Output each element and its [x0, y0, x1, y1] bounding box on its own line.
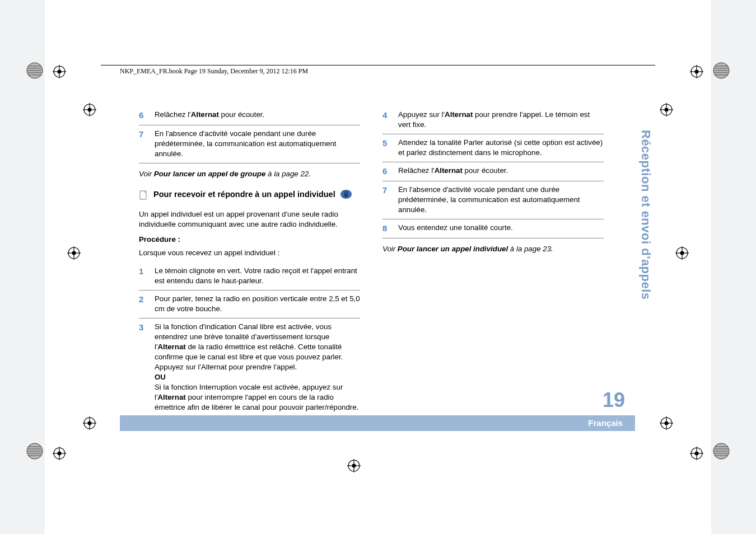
step-item: 6 Relâchez l'Alternat pour écouter. — [382, 162, 604, 181]
step-text: En l'absence d'activité vocale pendant u… — [155, 129, 360, 159]
crosshair-icon — [53, 447, 66, 460]
crosshair-icon — [690, 65, 703, 78]
page-number: 19 — [603, 388, 625, 412]
step-item: 6 Relâchez l'Alternat pour écouter. — [139, 106, 360, 125]
radio-icon — [340, 189, 352, 203]
header-rule — [101, 65, 655, 65]
step-number: 7 — [382, 185, 390, 215]
step-item: 5 Attendez la tonalité Parler autorisé (… — [382, 134, 604, 162]
step-number: 5 — [382, 138, 390, 158]
crosshair-icon — [67, 246, 81, 260]
side-section-title: Réception et envoi d'appels — [638, 130, 653, 300]
print-mark-icon — [712, 442, 730, 460]
document-icon — [139, 190, 148, 204]
section-heading: Pour recevoir et répondre à un appel ind… — [139, 189, 360, 204]
procedure-when: Lorsque vous recevez un appel individuel… — [139, 248, 360, 258]
crosshair-icon — [660, 416, 673, 430]
step-text: Pour parler, tenez la radio en position … — [155, 294, 360, 314]
page-body: 6 Relâchez l'Alternat pour écouter. 7 En… — [139, 106, 604, 417]
print-mark-icon — [26, 442, 44, 460]
svg-rect-14 — [345, 193, 347, 194]
language-label: Français — [588, 418, 623, 428]
step-number: 4 — [382, 110, 390, 130]
cross-reference: Voir Pour lancer un appel de groupe à la… — [139, 169, 360, 179]
step-text: Le témoin clignote en vert. Votre radio … — [155, 266, 360, 286]
step-item: 8 Vous entendez une tonalité courte. — [382, 219, 604, 238]
divider — [139, 163, 360, 163]
step-number: 1 — [139, 266, 147, 286]
crosshair-icon — [660, 103, 673, 116]
crosshair-icon — [83, 103, 96, 116]
step-item: 7 En l'absence d'activité vocale pendant… — [382, 181, 604, 219]
step-text: Vous entendez une tonalité courte. — [398, 223, 604, 234]
crosshair-icon — [53, 65, 66, 78]
step-number: 7 — [139, 129, 147, 159]
print-mark-icon — [712, 62, 730, 79]
left-column: 6 Relâchez l'Alternat pour écouter. 7 En… — [139, 106, 360, 417]
step-text: Si la fonction d'indication Canal libre … — [155, 322, 360, 412]
crosshair-icon — [675, 246, 689, 260]
step-number: 6 — [139, 110, 147, 121]
procedure-label: Procédure : — [139, 235, 360, 245]
step-text: En l'absence d'activité vocale pendant u… — [398, 185, 604, 215]
divider — [382, 238, 604, 238]
step-item: 3 Si la fonction d'indication Canal libr… — [139, 318, 360, 416]
step-item: 7 En l'absence d'activité vocale pendant… — [139, 125, 360, 163]
step-number: 8 — [382, 223, 390, 234]
step-item: 1 Le témoin clignote en vert. Votre radi… — [139, 263, 360, 290]
print-mark-icon — [26, 62, 44, 79]
step-item: 4 Appuyez sur l'Alternat pour prendre l'… — [382, 106, 604, 134]
cross-reference: Voir Pour lancer un appel individuel à l… — [382, 244, 604, 254]
step-text: Relâchez l'Alternat pour écouter. — [398, 166, 604, 177]
step-text: Relâchez l'Alternat pour écouter. — [155, 110, 360, 121]
step-text: Appuyez sur l'Alternat pour prendre l'ap… — [398, 110, 604, 130]
crosshair-icon — [690, 447, 703, 460]
intro-text: Un appel individuel est un appel provena… — [139, 209, 360, 229]
step-item: 2 Pour parler, tenez la radio en positio… — [139, 291, 360, 318]
language-tab: Français — [120, 415, 635, 431]
step-number: 2 — [139, 294, 147, 314]
crosshair-icon — [83, 416, 96, 430]
section-title: Pour recevoir et répondre à un appel ind… — [153, 189, 352, 203]
right-column: 4 Appuyez sur l'Alternat pour prendre l'… — [382, 106, 604, 417]
step-number: 3 — [139, 322, 147, 412]
print-header: NKP_EMEA_FR.book Page 19 Sunday, Decembe… — [120, 67, 308, 76]
step-number: 6 — [382, 166, 390, 177]
step-text: Attendez la tonalité Parler autorisé (si… — [398, 138, 604, 158]
crosshair-icon — [347, 459, 361, 472]
